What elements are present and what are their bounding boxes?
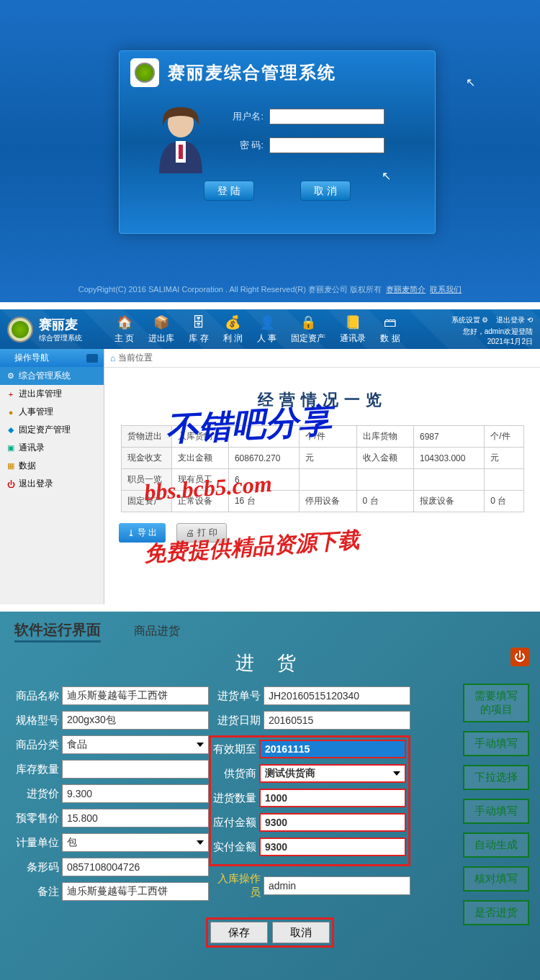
legend: 需要填写 的项目 手动填写 下拉选择 手动填写 自动生成 核对填写 是否进货 [463, 684, 529, 925]
select-unit[interactable] [62, 833, 209, 852]
safe-icon: 🔒 [300, 314, 317, 331]
power-icon: ⏻ [514, 650, 526, 663]
label-paid: 实付金额 [213, 840, 256, 854]
nav-hr[interactable]: 👤人 事 [250, 314, 284, 345]
nav-profit[interactable]: 💰利 润 [216, 314, 250, 345]
cursor-icon: ↖ [382, 169, 391, 183]
input-operator[interactable] [264, 876, 410, 895]
home-icon: ⌂ [110, 353, 115, 363]
password-label: 密 码: [228, 139, 264, 152]
login-dialog: 赛丽麦综合管理系统 用户名: 密 码: 登 陆 取 消 [119, 50, 436, 234]
dashboard-screen: 赛丽麦 综合管理系统 🏠主 页 📦进出库 🗄库 存 💰利 润 👤人 事 🔒固定资… [0, 309, 540, 604]
input-paid[interactable] [259, 838, 406, 856]
input-barcode[interactable] [62, 858, 209, 876]
input-price[interactable] [62, 784, 209, 803]
power-button[interactable]: ⏻ [510, 648, 529, 666]
brand-name: 赛丽麦 [39, 316, 82, 333]
avatar-icon [148, 101, 213, 173]
print-button[interactable]: 🖨打 印 [176, 523, 226, 543]
sidebar-item-hr[interactable]: ●人事管理 [0, 403, 104, 421]
form-title: 进 货 [0, 640, 540, 686]
input-qty[interactable] [259, 789, 406, 807]
label-orderno: 进货单号 [209, 689, 261, 703]
export-button[interactable]: ⤓导 出 [119, 523, 166, 543]
input-remark[interactable] [62, 882, 209, 901]
system-title: 赛丽麦综合管理系统 [168, 61, 336, 84]
svg-rect-2 [179, 145, 183, 159]
input-orderdate[interactable] [264, 711, 410, 730]
input-orderno[interactable] [264, 686, 410, 705]
brand-sub: 综合管理系统 [39, 333, 82, 343]
tab-sub[interactable]: 商品进货 [134, 625, 180, 637]
user-icon: ● [6, 407, 16, 417]
summary-table: 货物进出入库货物个/件出库货物6987个/件 现金收支支出金额608670.27… [121, 425, 524, 512]
label-price: 进货价 [7, 787, 59, 801]
link-about[interactable]: 赛丽麦简介 [386, 285, 426, 294]
logo [130, 58, 159, 87]
settings-link[interactable]: 系统设置 ⚙ [451, 316, 489, 324]
nav-data[interactable]: 🗃数 据 [373, 314, 407, 345]
table-row: 固定资产正常设备16 台停用设备0 台报废设备0 台 [121, 491, 523, 512]
input-spec[interactable] [62, 711, 209, 730]
logout-link[interactable]: 退出登录 ⟲ [496, 316, 533, 324]
table-row: 现金收支支出金额608670.270元收入金额104303.000元 [121, 448, 523, 469]
sidebar: 操作导航 ⚙综合管理系统 +进出库管理 ●人事管理 ◆固定资产管理 ▣通讯录 ▦… [0, 349, 104, 604]
link-contact[interactable]: 联系我们 [430, 285, 462, 294]
label-unit: 计量单位 [7, 836, 59, 850]
label-operator: 入库操作员 [209, 872, 261, 899]
legend-confirm[interactable]: 是否进货 [463, 900, 529, 925]
nav-assets[interactable]: 🔒固定资产 [284, 314, 333, 345]
nav-stock[interactable]: 🗄库 存 [181, 314, 215, 345]
cancel-button[interactable]: 取 消 [300, 181, 351, 201]
main-nav: 🏠主 页 📦进出库 🗄库 存 💰利 润 👤人 事 🔒固定资产 📒通讯录 🗃数 据 [107, 314, 408, 345]
nav-home[interactable]: 🏠主 页 [107, 314, 141, 345]
nav-contacts[interactable]: 📒通讯录 [333, 314, 373, 345]
legend-manual2[interactable]: 手动填写 [463, 799, 529, 824]
sidebar-title: 操作导航 [0, 349, 104, 367]
save-button[interactable]: 保存 [210, 922, 268, 943]
label-supplier: 供货商 [213, 767, 256, 781]
sidebar-item-data[interactable]: ▦数据 [0, 457, 104, 475]
db-icon: 🗃 [382, 314, 399, 331]
lock-icon: ◆ [6, 425, 16, 435]
label-qty: 进货数量 [213, 791, 256, 805]
input-retail[interactable] [62, 809, 209, 827]
username-input[interactable] [269, 109, 384, 124]
box-icon: 📦 [153, 314, 170, 331]
plus-icon: + [6, 389, 16, 399]
input-expire[interactable] [259, 740, 406, 758]
sidebar-item-assets[interactable]: ◆固定资产管理 [0, 421, 104, 439]
sidebar-item-system[interactable]: ⚙综合管理系统 [0, 367, 104, 385]
cursor-icon: ↖ [466, 76, 475, 89]
label-payable: 应付金额 [213, 816, 256, 830]
login-button[interactable]: 登 陆 [204, 181, 254, 201]
sidebar-item-inout[interactable]: +进出库管理 [0, 385, 104, 403]
legend-verify[interactable]: 核对填写 [463, 866, 529, 891]
top-header: 赛丽麦 综合管理系统 🏠主 页 📦进出库 🗄库 存 💰利 润 👤人 事 🔒固定资… [0, 309, 540, 349]
label-category: 商品分类 [7, 738, 59, 752]
user-icon: 👤 [258, 314, 276, 331]
sidebar-item-contacts[interactable]: ▣通讯录 [0, 439, 104, 457]
select-supplier[interactable] [259, 764, 406, 783]
select-category[interactable] [62, 735, 209, 754]
input-stock[interactable] [62, 760, 209, 779]
legend-dropdown[interactable]: 下拉选择 [463, 765, 529, 790]
table-row: 货物进出入库货物个/件出库货物6987个/件 [121, 426, 523, 448]
label-stock: 库存数量 [7, 763, 59, 776]
input-product-name[interactable] [62, 686, 209, 705]
sidebar-item-logout[interactable]: ⏻退出登录 [0, 475, 104, 493]
legend-required[interactable]: 需要填写 的项目 [463, 684, 529, 722]
welcome-text: 您好，admin欢迎登陆 [446, 327, 533, 337]
label-retail: 预零售价 [7, 812, 59, 825]
password-input[interactable] [269, 137, 384, 153]
nav-inout[interactable]: 📦进出库 [141, 314, 181, 345]
money-icon: 💰 [224, 314, 241, 331]
input-payable[interactable] [259, 813, 406, 832]
legend-auto[interactable]: 自动生成 [463, 832, 529, 858]
camera-icon [86, 354, 98, 363]
date-text: 2021年1月2日 [446, 337, 533, 347]
legend-manual[interactable]: 手动填写 [463, 731, 529, 756]
cancel-button[interactable]: 取消 [272, 922, 330, 943]
print-icon: 🖨 [186, 528, 194, 538]
page-title: 经营情况一览 [104, 368, 540, 425]
